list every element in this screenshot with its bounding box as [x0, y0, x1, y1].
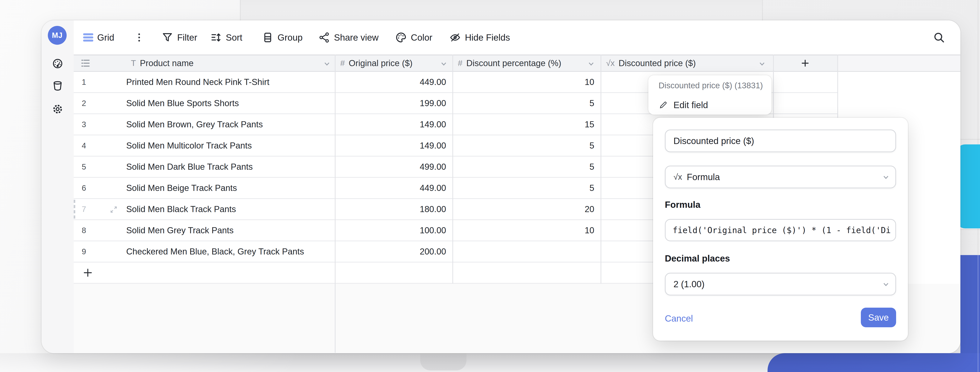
number-field-icon: # — [458, 59, 462, 68]
search-icon[interactable] — [933, 31, 945, 44]
cell-product-name[interactable]: Printed Men Round Neck Pink T-Shirt — [126, 72, 269, 92]
field-menu: Discounted price ($) (13831) Edit field — [648, 75, 772, 115]
chevron-down-icon[interactable] — [586, 59, 596, 69]
cancel-button[interactable]: Cancel — [665, 313, 693, 324]
decimal-places-select[interactable]: 2 (1.00) — [665, 273, 896, 295]
pencil-icon — [659, 100, 668, 110]
share-icon — [318, 32, 330, 43]
eye-off-icon — [449, 32, 461, 43]
column-header-discount[interactable]: # Discount percentage (%) — [452, 55, 601, 71]
filter-button[interactable]: Filter — [162, 32, 197, 43]
cell-original-price[interactable]: 180.00 — [335, 199, 446, 219]
column-header-original-price[interactable]: # Original price ($) — [335, 55, 452, 71]
cell-original-price[interactable]: 149.00 — [335, 136, 446, 156]
hide-fields-button[interactable]: Hide Fields — [449, 32, 510, 43]
formula-label: Formula — [665, 200, 700, 210]
view-switcher-grid[interactable]: Grid — [83, 32, 114, 43]
row-number: 4 — [74, 136, 94, 156]
row-number-header — [74, 55, 126, 71]
chevron-down-icon[interactable] — [439, 59, 449, 69]
more-options-icon[interactable] — [133, 32, 145, 43]
cell-discount-percentage[interactable]: 10 — [452, 220, 594, 241]
chevron-down-icon[interactable] — [757, 59, 767, 69]
settings-gear-icon[interactable] — [52, 103, 64, 115]
background-blue-shape — [768, 353, 980, 372]
cell-product-name[interactable]: Solid Men Grey Track Pants — [126, 220, 234, 241]
save-button[interactable]: Save — [861, 308, 896, 327]
cell-discount-percentage[interactable] — [452, 241, 594, 262]
formula-field-icon: √x — [606, 59, 615, 68]
decimal-places-label: Decimal places — [665, 253, 730, 264]
cell-product-name[interactable]: Solid Men Black Track Pants — [126, 199, 236, 219]
background-gridline — [960, 229, 980, 230]
formula-field-icon: √x — [673, 172, 682, 182]
add-field-icon — [801, 59, 810, 67]
row-number: 9 — [74, 241, 94, 262]
header-filler — [837, 55, 960, 71]
cell-product-name[interactable]: Solid Men Multicolor Track Pants — [126, 136, 252, 156]
text-field-icon: T — [131, 59, 136, 68]
cell-discount-percentage[interactable]: 5 — [452, 93, 594, 113]
cell-product-name[interactable]: Solid Men Beige Track Pants — [126, 178, 237, 198]
add-record-icon — [83, 268, 92, 278]
background-strip — [240, 0, 762, 21]
sort-icon — [210, 32, 222, 43]
trash-icon[interactable] — [52, 80, 64, 91]
cell-discount-percentage[interactable]: 20 — [452, 199, 594, 219]
group-button[interactable]: Group — [262, 32, 302, 43]
edit-field-menu-item[interactable]: Edit field — [659, 100, 708, 110]
group-icon — [262, 32, 274, 43]
background-tab-shape — [420, 353, 466, 370]
cell-original-price[interactable]: 199.00 — [335, 93, 446, 113]
edit-field-panel: Discounted price ($) √x Formula Formula … — [653, 118, 908, 341]
avatar[interactable]: MJ — [48, 26, 67, 45]
background-divider — [978, 255, 978, 372]
column-header-discounted-price[interactable]: √x Discounted price ($) — [601, 55, 773, 71]
formula-input[interactable]: field('Original price ($)') * (1 - field… — [665, 219, 896, 241]
cell-discount-percentage[interactable]: 10 — [452, 72, 594, 92]
row-number: 2 — [74, 93, 94, 113]
toolbar: Grid Filter Sort — [74, 21, 960, 54]
color-button[interactable]: Color — [395, 32, 433, 43]
filter-icon — [162, 32, 173, 43]
column-header-product-name[interactable]: T Product name — [126, 55, 335, 71]
cell-discount-percentage[interactable]: 5 — [452, 156, 594, 177]
cell-original-price[interactable]: 499.00 — [335, 156, 446, 177]
row-list-icon — [80, 57, 92, 69]
left-sidebar: MJ — [41, 21, 74, 353]
cell-product-name[interactable]: Solid Men Dark Blue Track Pants — [126, 156, 253, 177]
chevron-down-icon — [881, 172, 891, 182]
cell-discount-percentage[interactable]: 5 — [452, 136, 594, 156]
grid-view-icon — [83, 32, 93, 43]
share-view-button[interactable]: Share view — [318, 32, 379, 43]
background-gridline — [960, 139, 980, 140]
row-number: 7 — [74, 199, 94, 219]
cell-product-name[interactable]: Checkered Men Blue, Black, Grey Track Pa… — [126, 241, 304, 262]
cell-discount-percentage[interactable]: 5 — [452, 178, 594, 198]
field-name-input[interactable]: Discounted price ($) — [665, 129, 896, 152]
cell-discount-percentage[interactable]: 15 — [452, 114, 594, 134]
row-number: 3 — [74, 114, 94, 134]
dashboard-icon[interactable] — [52, 57, 64, 69]
chevron-down-icon[interactable] — [322, 59, 332, 69]
cell-original-price[interactable]: 100.00 — [335, 220, 446, 241]
cell-product-name[interactable]: Solid Men Blue Sports Shorts — [126, 93, 239, 113]
expand-record-icon[interactable] — [110, 206, 118, 214]
cell-original-price[interactable]: 200.00 — [335, 241, 446, 262]
page: MJ Grid — [0, 0, 980, 372]
row-number: 5 — [74, 156, 94, 177]
cell-original-price[interactable]: 449.00 — [335, 72, 446, 92]
cell-product-name[interactable]: Solid Men Brown, Grey Track Pants — [126, 114, 263, 134]
palette-icon — [395, 32, 407, 43]
number-field-icon: # — [340, 59, 345, 68]
field-type-select[interactable]: √x Formula — [665, 166, 896, 188]
column-divider — [601, 54, 601, 284]
sort-button[interactable]: Sort — [210, 32, 242, 43]
cell-original-price[interactable]: 149.00 — [335, 114, 446, 134]
chevron-down-icon — [881, 280, 891, 289]
add-field-button[interactable] — [773, 55, 837, 71]
row-number: 6 — [74, 178, 94, 198]
column-divider — [452, 54, 453, 284]
cell-original-price[interactable]: 449.00 — [335, 178, 446, 198]
column-divider — [335, 54, 336, 353]
